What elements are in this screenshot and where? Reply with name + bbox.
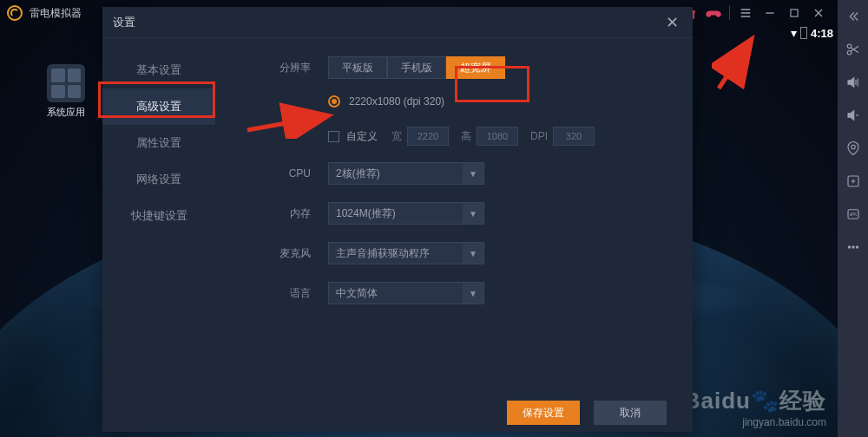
memory-label: 内存 [259,206,311,221]
nav-network[interactable]: 网络设置 [102,161,215,198]
app-title: 雷电模拟器 [30,6,82,21]
dialog-title: 设置 [113,15,135,30]
maximize-icon[interactable] [782,1,806,25]
resolution-label: 分辨率 [259,61,311,75]
collapse-icon[interactable] [838,0,868,33]
desktop-icon-label: 系统应用 [42,106,90,119]
width-input[interactable] [407,127,449,146]
location-icon[interactable] [838,132,868,165]
titlebar-separator [729,6,730,20]
seg-phone[interactable]: 手机版 [387,56,446,79]
seg-ultrawide[interactable]: 超宽屏 [446,56,505,79]
svg-point-10 [848,246,850,248]
apk-icon[interactable]: aPK [838,198,868,231]
app-logo-icon [7,5,23,21]
svg-line-14 [719,42,750,88]
svg-rect-3 [791,10,798,16]
custom-resolution-row: 自定义 宽 高 DPI [328,127,672,146]
lang-select[interactable]: 中文简体 ▼ [328,282,484,304]
clock: 4:18 [811,27,833,40]
dialog-nav: 基本设置 高级设置 属性设置 网络设置 快捷键设置 [102,38,215,394]
radio-label: 2220x1080 (dpi 320) [349,95,444,108]
svg-point-11 [852,246,853,248]
save-button[interactable]: 保存设置 [507,401,580,425]
nav-advanced[interactable]: 高级设置 [102,88,215,125]
dpi-label: DPI [530,130,548,142]
wifi-icon: ▾ [791,26,797,40]
minimize-icon[interactable] [758,1,782,25]
lang-label: 语言 [259,286,311,301]
svg-point-6 [851,145,855,149]
volume-up-icon[interactable] [838,66,868,99]
dpi-input[interactable] [553,127,595,146]
scissors-icon[interactable] [838,33,868,66]
battery-icon [800,27,807,39]
dialog-footer: 保存设置 取消 [102,394,693,432]
watermark: Baidu🐾经验 jingyan.baidu.com [684,386,826,428]
svg-line-13 [247,116,326,130]
resolution-segments: 平板版 手机版 超宽屏 [328,56,505,79]
nav-shortcuts[interactable]: 快捷键设置 [102,198,215,234]
height-input[interactable] [477,127,518,146]
cpu-label: CPU [259,167,311,179]
menu-icon[interactable] [733,1,758,25]
cpu-select[interactable]: 2核(推荐) ▼ [328,162,484,185]
chevron-down-icon: ▼ [463,163,483,184]
nav-basic[interactable]: 基本设置 [102,52,215,88]
height-label: 高 [461,129,471,144]
volume-down-icon[interactable] [838,99,868,132]
seg-tablet[interactable]: 平板版 [328,56,387,79]
mic-select[interactable]: 主声音捕获驱动程序 ▼ [328,242,484,264]
dialog-header: 设置 ✕ [102,7,693,38]
android-status-bar: ▾ 4:18 [791,26,833,40]
annotation-arrow-2 [712,35,764,95]
cancel-button[interactable]: 取消 [594,401,667,425]
nav-properties[interactable]: 属性设置 [102,125,215,161]
add-window-icon[interactable] [838,165,868,198]
mic-label: 麦克风 [259,246,311,261]
more-icon[interactable] [838,231,868,264]
close-icon[interactable] [806,1,831,25]
chevron-down-icon: ▼ [463,283,483,303]
right-toolbar: aPK [838,0,868,437]
chevron-down-icon: ▼ [463,243,483,264]
desktop-app-icon[interactable]: 系统应用 [42,64,90,119]
svg-text:aPK: aPK [849,212,857,217]
svg-point-12 [856,246,858,248]
chevron-down-icon: ▼ [463,203,483,224]
resolution-radio-row[interactable]: 2220x1080 (dpi 320) [328,95,672,108]
gamepad-icon[interactable] [701,1,726,25]
dialog-close-icon[interactable]: ✕ [661,12,682,33]
width-label: 宽 [391,129,402,144]
custom-label: 自定义 [346,129,378,144]
dialog-content: 分辨率 平板版 手机版 超宽屏 2220x1080 (dpi 320) 自定义 … [215,38,693,394]
settings-dialog: 设置 ✕ 基本设置 高级设置 属性设置 网络设置 快捷键设置 分辨率 平板版 手… [102,7,693,432]
annotation-arrow-1 [243,95,339,139]
memory-select[interactable]: 1024M(推荐) ▼ [328,202,484,225]
